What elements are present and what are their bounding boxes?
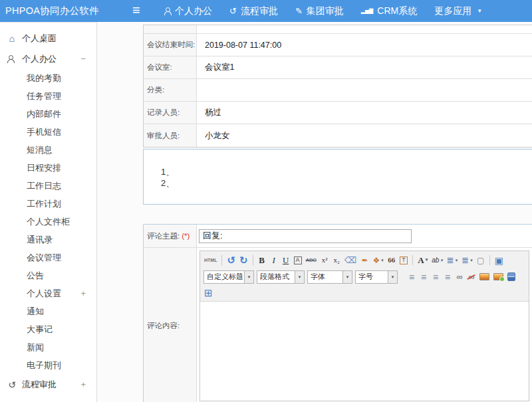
sidebar-item-work-log[interactable]: 工作日志	[0, 177, 96, 195]
sidebar-item-task-management[interactable]: 任务管理	[0, 87, 96, 105]
nav-item-group-approval[interactable]: ✎集团审批	[287, 0, 352, 22]
comment-subject-label: 评论主题: (*)	[144, 225, 197, 247]
insert-image-icon	[479, 273, 489, 280]
insert-media-icon	[507, 272, 515, 281]
caret-down-icon: ▼	[477, 8, 482, 14]
dropdown-caret-icon: ▾	[244, 271, 253, 283]
editor-custom-heading-select[interactable]: 自定义标题▾	[203, 270, 254, 284]
expand-icon[interactable]: +	[80, 288, 86, 298]
dropdown-caret-icon: ▾	[456, 258, 458, 262]
editor-align-right-button[interactable]: ≡	[430, 270, 441, 284]
editor-justify-button[interactable]: ≡	[442, 270, 453, 284]
meeting-notes-box[interactable]: 1、2、	[143, 149, 532, 205]
sidebar-item-major-events[interactable]: 大事记	[0, 320, 96, 338]
editor-upload-image-button[interactable]	[492, 270, 505, 284]
sidebar-item-notification[interactable]: 通知	[0, 302, 96, 320]
sidebar-item-workflow-approval[interactable]: ↺流程审批+	[0, 374, 96, 395]
sidebar-item-personal-file-cabinet[interactable]: 个人文件柜	[0, 213, 96, 231]
editor-italic-button[interactable]: I	[269, 254, 279, 267]
editor-paragraph-format-select[interactable]: 段落格式▾	[257, 270, 305, 284]
editor-ordered-list-button[interactable]: ≣▾	[446, 254, 459, 267]
editor-fullscreen-button[interactable]: ▣	[493, 254, 505, 267]
toolbar-row-3: ⊞	[202, 285, 527, 300]
field-label: 审批人员:	[144, 124, 197, 147]
app-logo: PHPOA协同办公软件	[5, 0, 99, 22]
italic-icon: I	[272, 256, 275, 264]
editor-font-size-select[interactable]: 字号▾	[355, 270, 398, 284]
sidebar-item-meeting-management[interactable]: 会议管理	[0, 249, 96, 266]
header-nav: 个人办公↺流程审批✎集团审批▂▅▇CRM系统更多应用▼	[155, 0, 491, 22]
sidebar-item-contacts[interactable]: 通讯录	[0, 231, 96, 249]
editor-color-palette-button[interactable]: ❖▾	[371, 254, 384, 267]
comment-content-cell: HTML↺↻BIUAABCx²x₂⌫✒❖▾66TA▾ab▾≣▾≣▾▢▣ 自定义标…	[197, 248, 532, 402]
comment-subject-input[interactable]	[199, 229, 412, 243]
toolbar-row-1: HTML↺↻BIUAABCx²x₂⌫✒❖▾66TA▾ab▾≣▾≣▾▢▣	[202, 252, 527, 268]
sidebar-item-internal-mail[interactable]: 内部邮件	[0, 105, 96, 123]
editor-undo-button[interactable]: ↺	[225, 254, 237, 267]
editor-insert-table-button[interactable]: ⊞	[203, 286, 214, 300]
sidebar-item-label: 工作日志	[27, 180, 61, 192]
editor-remove-link-button[interactable]: ∞	[466, 270, 477, 284]
editor-bold-button[interactable]: B	[257, 254, 267, 267]
editor-insert-media-button[interactable]	[506, 270, 517, 284]
insert-table-icon: ⊞	[204, 288, 213, 298]
nav-item-more-apps[interactable]: 更多应用▼	[426, 0, 491, 22]
editor-subscript-button[interactable]: x₂	[331, 254, 342, 267]
editor-blockquote-button[interactable]: 66	[386, 254, 397, 267]
font-color-icon: A	[418, 256, 424, 264]
editor-format-brush-button[interactable]: ✒	[359, 254, 370, 267]
sidebar-item-label: 公告	[27, 270, 44, 282]
editor-align-center-button[interactable]: ≡	[418, 270, 429, 284]
hamburger-menu-icon[interactable]: ≡	[132, 0, 140, 22]
editor-content-area[interactable]	[200, 302, 529, 401]
remove-link-icon: ∞	[468, 272, 474, 281]
editor-font-border-button[interactable]: A	[293, 254, 303, 267]
editor-superscript-button[interactable]: x²	[319, 254, 330, 267]
toolbar-separator	[253, 255, 253, 265]
sidebar-item-my-attendance[interactable]: 我的考勤	[0, 69, 96, 87]
editor-strikethrough-button[interactable]: ABC	[305, 254, 318, 267]
sidebar-item-personal-desktop[interactable]: ⌂个人桌面	[0, 28, 96, 49]
editor-font-family-select[interactable]: 字体▾	[307, 270, 352, 284]
sidebar-item-label: 内部邮件	[27, 108, 61, 120]
editor-font-color-button[interactable]: A▾	[416, 254, 429, 267]
editor-insert-image-button[interactable]	[478, 270, 491, 284]
form-row: 分类:	[144, 79, 532, 102]
dropdown-caret-icon: ▾	[388, 271, 397, 283]
dropdown-caret-icon: ▾	[295, 271, 304, 283]
sidebar-item-work-plan[interactable]: 工作计划	[0, 195, 96, 213]
collapse-icon[interactable]: −	[80, 54, 86, 64]
ordered-list-icon: ≣	[447, 256, 454, 264]
field-value: 小龙女	[197, 124, 532, 147]
sidebar-item-label: 个人办公	[22, 53, 57, 65]
editor-unordered-list-button[interactable]: ≣▾	[460, 254, 473, 267]
editor-eraser-button[interactable]: ⌫	[343, 254, 358, 267]
sidebar-item-schedule[interactable]: 日程安排	[0, 159, 96, 177]
sidebar-item-e-journal[interactable]: 电子期刊	[0, 356, 96, 374]
label-text: 评论主题:	[147, 231, 180, 241]
sidebar-item-news[interactable]: 新闻	[0, 338, 96, 356]
editor-new-page-button[interactable]: ▢	[475, 254, 486, 267]
new-page-icon: ▢	[477, 256, 484, 264]
editor-insert-link-button[interactable]: ∞	[454, 270, 465, 284]
sidebar-item-personal-settings[interactable]: 个人设置+	[0, 284, 96, 302]
toolbar-row-2: 自定义标题▾段落格式▾字体▾字号▾≡≡≡≡∞∞	[202, 268, 527, 285]
sidebar-item-mobile-sms[interactable]: 手机短信	[0, 123, 96, 141]
editor-underline-button[interactable]: U	[281, 254, 291, 267]
expand-icon[interactable]: +	[80, 379, 86, 389]
underline-icon: U	[283, 256, 289, 264]
sidebar-item-personal-office[interactable]: 个人办公−	[0, 49, 96, 69]
editor-redo-button[interactable]: ↻	[238, 254, 249, 267]
sidebar-item-short-message[interactable]: 短消息	[0, 141, 96, 159]
editor-source-code-button[interactable]: HTML	[203, 254, 218, 267]
nav-item-crm-system[interactable]: ▂▅▇CRM系统	[352, 0, 426, 22]
nav-item-personal-office[interactable]: 个人办公	[155, 0, 221, 22]
sidebar-item-label: 个人桌面	[22, 33, 57, 45]
cycle-icon: ↺	[229, 7, 237, 15]
editor-align-left-button[interactable]: ≡	[406, 270, 417, 284]
nav-item-workflow-approval[interactable]: ↺流程审批	[221, 0, 287, 22]
source-code-icon: HTML	[204, 258, 217, 262]
editor-paste-template-button[interactable]: T	[398, 254, 410, 267]
editor-highlight-pen-button[interactable]: ab▾	[430, 254, 444, 267]
sidebar-item-announcement[interactable]: 公告	[0, 266, 96, 284]
